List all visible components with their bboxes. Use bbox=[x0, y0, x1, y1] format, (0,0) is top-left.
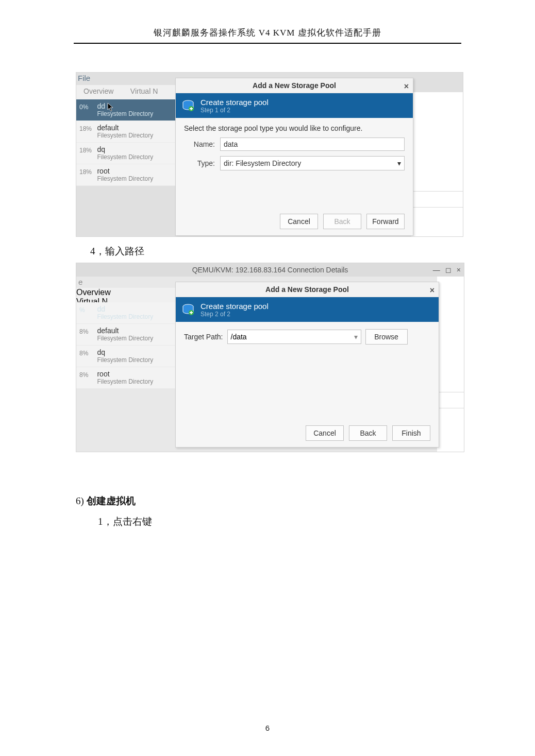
pool-name: root bbox=[97, 370, 153, 378]
pool-type: Filesystem Directory bbox=[97, 378, 153, 385]
tab-overview-2[interactable]: Overview bbox=[76, 288, 175, 297]
banner-title-2: Create storage pool bbox=[200, 302, 269, 311]
tabs-bar: Overview Virtual N bbox=[76, 85, 175, 100]
sidebar-item-dd[interactable]: 0% dd Filesystem Directory bbox=[76, 99, 175, 121]
type-value: dir: Filesystem Directory bbox=[224, 159, 301, 167]
page-number: 6 bbox=[0, 724, 535, 732]
close-icon[interactable]: × bbox=[404, 79, 409, 94]
usage-pct: 8% bbox=[79, 370, 95, 379]
sec6-num: 6) bbox=[76, 495, 84, 506]
connection-details-title: QEMU/KVM: 192.168.83.164 Connection Deta… bbox=[76, 263, 464, 277]
usage-pct: 8% bbox=[79, 348, 95, 357]
pool-type: Filesystem Directory bbox=[97, 335, 153, 342]
pool-name: default bbox=[97, 327, 153, 335]
name-label: Name: bbox=[184, 140, 220, 148]
bg-right-strip bbox=[411, 92, 463, 236]
tab-overview[interactable]: Overview bbox=[76, 85, 121, 97]
sidebar-item-default-2[interactable]: 8% default Filesystem Directory bbox=[76, 324, 175, 346]
doc-sec6-step1: 1，点击右键 bbox=[98, 515, 152, 528]
usage-pct: 0% bbox=[79, 102, 95, 111]
doc-sec6: 6) 创建虚拟机 bbox=[76, 494, 136, 508]
pool-type: Filesystem Directory bbox=[97, 356, 153, 364]
pool-name: default bbox=[97, 124, 153, 132]
banner-title: Create storage pool bbox=[200, 98, 269, 107]
storage-pool-list-2: % dd Filesystem Directory 8% default Fil… bbox=[76, 302, 175, 389]
dialog-banner-2: Create storage pool Step 2 of 2 bbox=[176, 297, 439, 322]
pool-name: dq bbox=[97, 145, 153, 153]
sidebar-item-dq[interactable]: 18% dq Filesystem Directory bbox=[76, 143, 175, 164]
add-storage-pool-dialog-step1: Add a New Storage Pool × Create storage … bbox=[175, 78, 413, 236]
pool-name: dd bbox=[97, 102, 153, 110]
cancel-button-2[interactable]: Cancel bbox=[306, 425, 344, 441]
storage-pool-icon-2 bbox=[181, 302, 195, 317]
usage-pct: 8% bbox=[79, 327, 95, 335]
bg-right-strip2 bbox=[437, 277, 464, 452]
type-select[interactable]: dir: Filesystem Directory ▾ bbox=[220, 156, 405, 170]
sidebar-item-dq-2[interactable]: 8% dq Filesystem Directory bbox=[76, 346, 175, 367]
pool-name: root bbox=[97, 167, 153, 175]
dialog-titlebar: Add a New Storage Pool × bbox=[176, 78, 413, 93]
pool-type: Filesystem Directory bbox=[97, 313, 153, 320]
close-window-icon[interactable]: × bbox=[457, 263, 461, 277]
dialog-title-2: Add a New Storage Pool bbox=[265, 285, 349, 294]
chevron-down-icon: ▾ bbox=[397, 159, 401, 167]
page-header: 银河麒麟服务器操作系统 V4 KVM 虚拟化软件适配手册 bbox=[0, 27, 535, 39]
back-button-2[interactable]: Back bbox=[349, 425, 387, 441]
chevron-down-icon: ▾ bbox=[354, 333, 358, 341]
pool-type: Filesystem Directory bbox=[97, 153, 153, 161]
win-title-text: QEMU/KVM: 192.168.83.164 Connection Deta… bbox=[192, 266, 348, 274]
dialog-title: Add a New Storage Pool bbox=[253, 81, 336, 90]
name-input[interactable] bbox=[220, 138, 405, 151]
menu-edit-fragment[interactable]: e bbox=[78, 278, 82, 286]
forward-button[interactable]: Forward bbox=[366, 214, 405, 229]
pool-type: Filesystem Directory bbox=[97, 175, 153, 182]
pool-name: dq bbox=[97, 348, 153, 356]
banner-step: Step 1 of 2 bbox=[200, 107, 269, 114]
target-path-label: Target Path: bbox=[184, 333, 223, 341]
banner-step-2: Step 2 of 2 bbox=[200, 311, 269, 318]
sidebar-item-root[interactable]: 18% root Filesystem Directory bbox=[76, 164, 175, 186]
sidebar-item-dd-2[interactable]: % dd Filesystem Directory bbox=[76, 302, 175, 324]
storage-pool-list: 0% dd Filesystem Directory 18% default F… bbox=[76, 99, 175, 186]
maximize-icon[interactable]: ◻ bbox=[445, 263, 452, 277]
tabs-bar-2: Overview Virtual N bbox=[76, 288, 175, 303]
doc-step4: 4，输入路径 bbox=[90, 245, 144, 258]
sidebar-item-default[interactable]: 18% default Filesystem Directory bbox=[76, 121, 175, 143]
type-label: Type: bbox=[184, 159, 220, 167]
pool-name: dd bbox=[97, 305, 153, 313]
dialog-desc: Select the storage pool type you would l… bbox=[184, 124, 405, 132]
storage-pool-icon bbox=[181, 98, 195, 113]
usage-pct: 18% bbox=[79, 145, 95, 154]
pool-type: Filesystem Directory bbox=[97, 132, 153, 139]
dialog-titlebar-2: Add a New Storage Pool × bbox=[176, 282, 439, 297]
screenshot-step1: File Overview Virtual N 0% dd Filesystem… bbox=[76, 72, 463, 237]
close-icon-2[interactable]: × bbox=[430, 283, 434, 298]
bg-right-bar bbox=[411, 191, 463, 208]
back-button[interactable]: Back bbox=[323, 214, 361, 229]
cancel-button[interactable]: Cancel bbox=[280, 214, 318, 229]
sec6-title: 创建虚拟机 bbox=[87, 495, 136, 506]
header-rule bbox=[74, 43, 461, 44]
minimize-icon[interactable]: — bbox=[433, 263, 440, 277]
target-path-value: /data bbox=[231, 333, 247, 341]
browse-button[interactable]: Browse bbox=[365, 329, 408, 345]
screenshot-step2: QEMU/KVM: 192.168.83.164 Connection Deta… bbox=[76, 263, 464, 452]
bg-right-bar2 bbox=[437, 392, 464, 408]
target-path-input[interactable]: /data ▾ bbox=[227, 330, 361, 344]
menu-file[interactable]: File bbox=[78, 74, 90, 82]
usage-pct: 18% bbox=[79, 124, 95, 132]
tab-virtual-networks[interactable]: Virtual N bbox=[123, 85, 165, 97]
pool-type: Filesystem Directory bbox=[97, 110, 153, 117]
finish-button[interactable]: Finish bbox=[392, 425, 430, 441]
add-storage-pool-dialog-step2: Add a New Storage Pool × Create storage … bbox=[175, 282, 439, 448]
sidebar-item-root-2[interactable]: 8% root Filesystem Directory bbox=[76, 367, 175, 389]
dialog-banner: Create storage pool Step 1 of 2 bbox=[176, 93, 413, 118]
usage-pct: % bbox=[79, 305, 95, 314]
usage-pct: 18% bbox=[79, 167, 95, 176]
